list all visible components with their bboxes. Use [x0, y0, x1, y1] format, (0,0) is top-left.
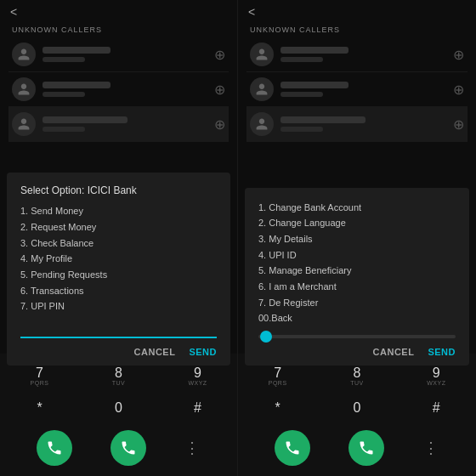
left-section-label: UNKNOWN CALLERS: [0, 24, 237, 37]
left-caller-list: ⊕ ⊕ ⊕: [0, 37, 237, 142]
left-avatar-2: [12, 77, 36, 101]
right-caller-info-3: [280, 116, 453, 132]
left-caller-action-1: ⊕: [214, 47, 225, 63]
right-dialog: 1. Change Bank Account 2. Change Languag…: [245, 188, 469, 366]
left-sub-bar-2: [42, 92, 85, 97]
left-call-button-2[interactable]: [110, 430, 146, 466]
right-caller-item-2[interactable]: ⊕: [246, 72, 468, 107]
left-key-star[interactable]: *: [14, 393, 65, 423]
right-slider-thumb: [260, 331, 272, 343]
right-keypad: 7 PQRS 8 TUV 9 WXYZ * 0 #: [238, 354, 476, 476]
left-dialog-input[interactable]: [20, 321, 217, 338]
right-sub-bar-3: [280, 127, 323, 132]
right-call-btns-row: ⋮: [238, 427, 476, 469]
right-cancel-button[interactable]: CANCEL: [373, 347, 415, 357]
right-key-hash[interactable]: #: [411, 393, 462, 423]
right-key-0[interactable]: 0: [332, 393, 382, 423]
right-avatar-1: [250, 42, 274, 66]
left-sub-bar-1: [42, 57, 85, 62]
right-avatar-3: [250, 112, 274, 136]
right-more-options[interactable]: ⋮: [423, 439, 439, 457]
left-caller-item-2[interactable]: ⊕: [8, 72, 229, 107]
left-phone-screen: < UNKNOWN CALLERS ⊕ ⊕: [0, 0, 238, 476]
right-caller-list: ⊕ ⊕ ⊕: [238, 37, 476, 142]
left-caller-action-2: ⊕: [214, 82, 225, 98]
left-send-button[interactable]: SEND: [189, 347, 217, 357]
right-caller-action-1: ⊕: [453, 47, 464, 63]
right-sub-bar-1: [280, 57, 323, 62]
right-caller-info-1: [280, 47, 453, 62]
right-phone-screen: < UNKNOWN CALLERS ⊕ ⊕: [238, 0, 476, 476]
left-caller-action-3: ⊕: [214, 116, 225, 133]
right-caller-action-2: ⊕: [453, 82, 464, 98]
right-caller-info-2: [280, 82, 453, 97]
right-name-bar-3: [280, 116, 366, 123]
left-call-btns-row: ⋮: [0, 427, 237, 469]
right-name-bar-2: [280, 82, 348, 88]
left-name-bar-1: [42, 47, 110, 54]
left-dialog-options: 1. Send Money 2. Request Money 3. Check …: [20, 203, 217, 314]
left-dialog: Select Option: ICICI Bank 1. Send Money …: [7, 173, 230, 366]
right-back-arrow[interactable]: <: [248, 5, 255, 19]
right-dialog-slider[interactable]: [258, 335, 456, 338]
right-dialog-actions: CANCEL SEND: [258, 347, 456, 357]
right-call-button-2[interactable]: [348, 430, 384, 466]
left-caller-info-3: [42, 116, 214, 132]
left-call-button[interactable]: [37, 430, 72, 466]
right-caller-item-3[interactable]: ⊕: [246, 107, 468, 142]
right-key-star[interactable]: *: [252, 393, 303, 423]
left-avatar-1: [12, 42, 36, 66]
left-key-hash[interactable]: #: [173, 393, 224, 423]
left-avatar-3: [12, 112, 36, 136]
left-back-arrow[interactable]: <: [10, 5, 17, 19]
left-status-bar: <: [0, 0, 237, 24]
right-call-button[interactable]: [275, 430, 310, 466]
left-name-bar-3: [42, 116, 128, 123]
left-caller-item-1[interactable]: ⊕: [8, 37, 229, 72]
left-keypad: 7 PQRS 8 TUV 9 WXYZ * 0 #: [0, 354, 237, 476]
right-section-label: UNKNOWN CALLERS: [238, 24, 476, 37]
left-caller-item-3[interactable]: ⊕: [8, 107, 229, 142]
left-more-options[interactable]: ⋮: [184, 439, 201, 457]
right-sub-bar-2: [280, 92, 323, 97]
right-dialog-options: 1. Change Bank Account 2. Change Languag…: [258, 200, 456, 327]
left-sub-bar-3: [42, 127, 85, 132]
right-send-button[interactable]: SEND: [428, 347, 456, 357]
left-caller-info-1: [42, 47, 214, 62]
left-caller-info-2: [42, 82, 214, 97]
right-keypad-row-2: * 0 #: [238, 393, 476, 423]
left-cancel-button[interactable]: CANCEL: [134, 347, 176, 357]
left-dialog-actions: CANCEL SEND: [20, 347, 217, 357]
right-caller-action-3: ⊕: [453, 116, 464, 133]
right-caller-item-1[interactable]: ⊕: [246, 37, 468, 72]
left-key-0[interactable]: 0: [94, 393, 144, 423]
right-avatar-2: [250, 77, 274, 101]
right-name-bar-1: [280, 47, 348, 54]
left-keypad-row-2: * 0 #: [0, 393, 237, 423]
left-dialog-title: Select Option: ICICI Bank: [20, 184, 217, 196]
right-status-bar: <: [238, 0, 476, 24]
left-name-bar-2: [42, 82, 110, 88]
